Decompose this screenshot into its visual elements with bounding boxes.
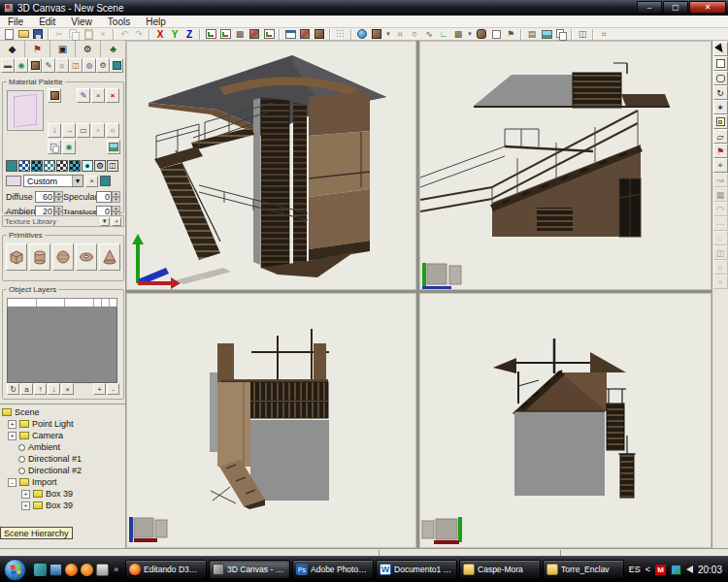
tray-m-icon[interactable]: M — [655, 565, 666, 575]
menu-tools[interactable]: Tools — [100, 16, 138, 27]
ambient-color-swatch[interactable] — [100, 176, 111, 186]
redo-icon[interactable]: ↷ — [132, 28, 146, 40]
spline-icon[interactable]: ∿ — [422, 28, 436, 40]
swatch-checker-3[interactable] — [44, 160, 55, 172]
mode-sphere-icon[interactable]: ◍ — [83, 58, 96, 73]
primitive-cube-button[interactable] — [6, 243, 27, 271]
start-button[interactable] — [4, 559, 26, 581]
apply-down-icon[interactable]: ↓ — [48, 123, 61, 138]
rect-select-icon[interactable] — [713, 56, 728, 71]
copy-icon[interactable] — [67, 28, 81, 40]
y-axis-button[interactable]: Y — [168, 28, 182, 40]
globe-icon[interactable] — [355, 28, 369, 40]
primitive-cylinder-button[interactable] — [29, 243, 50, 271]
camera-icon[interactable]: ⌗ — [393, 28, 407, 40]
uv-copy-icon[interactable] — [48, 140, 61, 154]
landscape-icon[interactable] — [540, 28, 553, 40]
delete-icon[interactable]: × — [96, 28, 110, 40]
quicklaunch-firefox-icon[interactable] — [65, 564, 78, 576]
mode-pencil-icon[interactable]: ✎ — [42, 58, 55, 73]
viewport-rear[interactable] — [419, 293, 711, 548]
diffuse-spinner[interactable]: ▲▼ — [54, 191, 63, 203]
quicklaunch-overflow[interactable]: » — [114, 565, 118, 574]
object-icon[interactable] — [489, 28, 503, 40]
menu-edit[interactable]: Edit — [31, 16, 63, 27]
collapse-icon[interactable]: - — [8, 478, 17, 487]
axes-icon[interactable]: ∟ — [437, 28, 450, 40]
tree-root[interactable]: Scene — [2, 406, 125, 418]
menu-file[interactable]: File — [0, 16, 31, 27]
mode-tools-icon[interactable]: ⚙ — [96, 58, 110, 73]
plant-axis-icon[interactable]: ⌖ — [713, 158, 728, 173]
tree-item-point-light[interactable]: + Point Light — [2, 418, 125, 430]
tab-tools-icon[interactable]: ⚙ — [76, 41, 101, 57]
view-corner-icon[interactable] — [262, 28, 276, 40]
pattern-icon[interactable]: ▩ — [451, 28, 465, 40]
point-edit-icon[interactable] — [713, 114, 728, 129]
view-perspective-icon[interactable] — [204, 28, 217, 40]
tree-item-directional-1[interactable]: Directional #1 — [2, 453, 125, 465]
apply-right-icon[interactable]: → — [62, 123, 76, 138]
grid-tool-icon[interactable]: ▦ — [713, 187, 728, 202]
paste-icon[interactable] — [82, 28, 95, 40]
ring-tool-icon[interactable]: ○ — [713, 260, 728, 275]
tree-item-box39-1[interactable]: + Box 39 — [2, 488, 125, 500]
light-bulb-icon[interactable]: ○ — [408, 28, 421, 40]
ghost-tool-icon[interactable]: ◌ — [713, 231, 728, 245]
mode-disk-icon[interactable]: ▬ — [1, 58, 15, 73]
tray-chevron[interactable]: < — [645, 565, 650, 574]
swatch-checker-5[interactable] — [69, 160, 81, 172]
x-axis-button[interactable]: X — [153, 28, 167, 40]
rotate-refresh-icon[interactable]: ↻ — [713, 85, 728, 100]
current-material-swatch[interactable] — [6, 176, 21, 186]
tab-objects-icon[interactable]: ▣ — [50, 41, 76, 57]
tree-item-ambient[interactable]: Ambient — [2, 441, 125, 453]
layer-delete-icon[interactable]: × — [61, 383, 74, 395]
curve-tool-icon[interactable]: ↝ — [713, 173, 728, 187]
material-clear-icon[interactable]: × — [91, 88, 105, 103]
pattern-dropdown-icon[interactable]: ▼ — [466, 28, 474, 40]
paint-eraser-icon[interactable]: ▱ — [713, 129, 728, 144]
face-rect-icon[interactable]: ▭ — [77, 123, 90, 138]
material-dropdown-icon[interactable]: ▼ — [384, 28, 392, 40]
save-icon[interactable] — [31, 28, 45, 40]
extra-tool-icon[interactable]: ▫ — [713, 275, 728, 289]
uv-globe-icon[interactable]: ◉ — [62, 140, 76, 154]
face-small-icon[interactable]: ▫ — [91, 123, 105, 138]
taskbar-button-photoshop[interactable]: Ps Adobe Photoshop — [292, 560, 374, 579]
dropdown-arrow-icon[interactable]: ▼ — [72, 176, 83, 186]
quicklaunch-chat-icon[interactable] — [81, 564, 93, 576]
swatch-solid[interactable] — [6, 160, 17, 172]
material-name-dropdown[interactable]: Custom ▼ — [23, 175, 83, 187]
minimize-button[interactable]: – — [637, 1, 662, 14]
select-cursor-icon[interactable] — [713, 42, 728, 56]
layers-icon[interactable] — [554, 28, 568, 40]
viewport-front[interactable] — [126, 293, 416, 548]
taskbar-button-documento[interactable]: W Documento1 - Mic... — [376, 560, 457, 579]
swatch-checker-2[interactable] — [31, 160, 43, 172]
object-layers-header[interactable] — [7, 298, 117, 307]
material-box-icon[interactable] — [370, 28, 383, 40]
z-axis-button[interactable]: Z — [182, 28, 196, 40]
primitive-torus-button[interactable] — [76, 243, 97, 271]
cut-icon[interactable]: ✂ — [52, 28, 66, 40]
layer-down-icon[interactable]: ↓ — [48, 383, 60, 395]
volume-icon[interactable] — [686, 566, 693, 573]
viewport-perspective[interactable] — [126, 41, 416, 290]
layer-up-icon[interactable]: ↑ — [34, 383, 47, 395]
swatch-sphere[interactable]: ● — [82, 160, 93, 172]
new-icon[interactable] — [2, 28, 16, 40]
layer-remove-icon[interactable]: - — [107, 383, 119, 395]
render-camera-icon[interactable]: ⌗ — [597, 28, 611, 40]
mode-globe-icon[interactable]: ◉ — [15, 58, 28, 73]
quicklaunch-window-icon[interactable] — [96, 564, 109, 576]
expand-icon[interactable]: + — [21, 490, 30, 499]
window-restore-icon[interactable] — [283, 28, 297, 40]
tree-item-box39-2[interactable]: + Box 39 — [2, 500, 125, 511]
texture-library-bar[interactable]: Texture Library ▼ ▪ — [2, 215, 124, 227]
primitive-cone-button[interactable] — [99, 243, 120, 271]
expand-icon[interactable]: + — [8, 420, 17, 429]
taskbar-button-torre-enclav[interactable]: Torre_Enclav — [543, 560, 624, 579]
tab-hierarchy-icon[interactable]: ♣ — [101, 41, 126, 57]
language-indicator[interactable]: ES — [629, 565, 641, 574]
